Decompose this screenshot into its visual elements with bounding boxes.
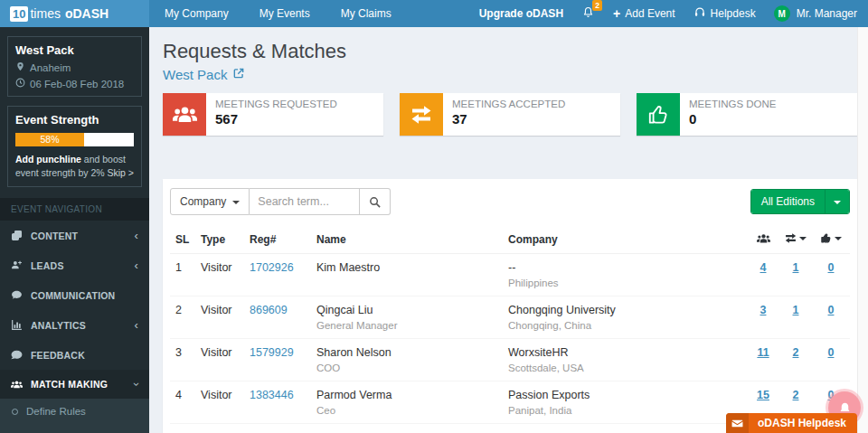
user-menu[interactable]: M Mr. Manager bbox=[774, 5, 857, 22]
accepted-count-link[interactable]: 2 bbox=[793, 346, 799, 359]
search-input[interactable] bbox=[250, 188, 360, 215]
filter-dropdown-button[interactable]: Company bbox=[170, 188, 250, 215]
cell-sl: 4 bbox=[170, 381, 195, 424]
cell-sl: 1 bbox=[170, 254, 195, 297]
sidebar-item-feedback[interactable]: FEEDBACK bbox=[0, 340, 149, 370]
caret-down-icon bbox=[799, 237, 807, 240]
page-title: Requests & Matches bbox=[163, 40, 857, 63]
skip-link[interactable]: Skip > bbox=[108, 166, 134, 180]
sidebar-item-match-making[interactable]: MATCH MAKING ‹ bbox=[0, 370, 149, 399]
upgrade-odash-link[interactable]: Upgrade oDASH bbox=[479, 7, 563, 20]
header-done-sort[interactable] bbox=[812, 226, 850, 254]
logo-times-text: times bbox=[30, 6, 60, 21]
done-count-link[interactable]: 0 bbox=[828, 304, 835, 316]
hint-bold: Add punchline bbox=[15, 154, 81, 165]
requested-count-link[interactable]: 11 bbox=[757, 346, 769, 359]
stat-cards: MEETINGS REQUESTED 567 MEETINGS ACCEPTED… bbox=[163, 93, 857, 136]
nav-my-claims[interactable]: My Claims bbox=[326, 0, 407, 27]
vertical-scrollbar[interactable] bbox=[857, 27, 868, 433]
company-name: WorxsiteHR bbox=[508, 346, 741, 359]
main-content: Requests & Matches West Pack MEETINGS RE… bbox=[149, 27, 857, 433]
cell-sl: 3 bbox=[170, 339, 195, 381]
requested-count-link[interactable]: 4 bbox=[760, 261, 767, 274]
attendee-title: Ceo bbox=[316, 405, 497, 416]
header-accepted-sort[interactable] bbox=[779, 226, 812, 254]
reg-link[interactable]: 1383446 bbox=[250, 389, 294, 401]
cell-sl: 2 bbox=[170, 297, 195, 339]
reg-link[interactable]: 869609 bbox=[250, 304, 288, 316]
table-header-row: SL Type Reg# Name Company bbox=[170, 226, 850, 254]
header-requested-sort[interactable] bbox=[747, 226, 779, 254]
cell-type: Visitor bbox=[195, 381, 244, 424]
user-name: Mr. Manager bbox=[797, 7, 857, 20]
sidebar-item-label: CONTENT bbox=[31, 231, 134, 241]
cell-type: Visitor bbox=[195, 297, 244, 339]
card-label: MEETINGS REQUESTED bbox=[215, 99, 337, 109]
cell-type: Visitor bbox=[195, 339, 244, 381]
sidebar-item-label: LEADS bbox=[31, 260, 134, 271]
filter-label: Company bbox=[180, 195, 226, 208]
submenu-requests-matches[interactable]: Requests & Matches bbox=[0, 424, 149, 433]
sidebar-item-communication[interactable]: COMMUNICATION bbox=[0, 280, 149, 310]
add-event-button[interactable]: + Add Event bbox=[613, 6, 675, 21]
sidebar-item-leads[interactable]: LEADS ‹ bbox=[0, 250, 149, 280]
company-location: Philippines bbox=[508, 278, 741, 288]
odash-helpdesk-button[interactable]: oDASH Helpdesk bbox=[726, 413, 857, 433]
all-editions-caret[interactable] bbox=[825, 190, 849, 213]
accepted-count-link[interactable]: 2 bbox=[793, 389, 799, 401]
plus-icon: + bbox=[613, 6, 620, 21]
done-count-link[interactable]: 0 bbox=[828, 261, 835, 274]
attendee-name: Parmod Verma bbox=[316, 389, 497, 401]
table-toolbar: Company All Editions bbox=[170, 188, 850, 215]
sidebar: West Pack Anaheim 06 Feb-08 Feb 2018 Eve… bbox=[0, 27, 149, 433]
event-dates: 06 Feb-08 Feb 2018 bbox=[30, 79, 124, 89]
thumbs-up-icon bbox=[637, 93, 680, 136]
sidebar-item-analytics[interactable]: ANALYTICS ‹ bbox=[0, 310, 149, 340]
card-value: 37 bbox=[452, 111, 565, 127]
reg-link[interactable]: 1702926 bbox=[250, 261, 294, 274]
done-count-link[interactable]: 0 bbox=[828, 346, 835, 359]
event-link[interactable]: West Pack bbox=[163, 67, 245, 82]
accepted-count-link[interactable]: 1 bbox=[793, 304, 799, 316]
nav-my-events[interactable]: My Events bbox=[244, 0, 326, 27]
strength-bar-fill: 58% bbox=[15, 133, 84, 146]
requested-count-link[interactable]: 3 bbox=[760, 304, 767, 316]
match-making-icon bbox=[11, 380, 23, 390]
search-button[interactable] bbox=[360, 188, 391, 215]
event-strength-title: Event Strength bbox=[15, 113, 134, 127]
event-link-label: West Pack bbox=[163, 67, 227, 82]
caret-down-icon bbox=[835, 237, 842, 240]
sidebar-item-label: ANALYTICS bbox=[31, 320, 134, 331]
attendee-name: Kim Maestro bbox=[316, 261, 497, 274]
navbar-right: Upgrade oDASH 2 + Add Event Help bbox=[461, 0, 868, 27]
nav-my-company[interactable]: My Company bbox=[149, 0, 244, 27]
notifications-button[interactable]: 2 bbox=[581, 5, 595, 23]
strength-progress-bar: 58% bbox=[15, 133, 134, 146]
map-marker-icon bbox=[15, 61, 25, 73]
header-sl: SL bbox=[170, 226, 195, 254]
users-icon bbox=[163, 93, 206, 136]
card-value: 567 bbox=[215, 111, 337, 127]
feedback-icon bbox=[11, 349, 23, 361]
submenu-define-rules[interactable]: Define Rules bbox=[0, 399, 149, 424]
accepted-count-link[interactable]: 1 bbox=[793, 261, 799, 274]
company-name: -- bbox=[508, 261, 741, 274]
header-type: Type bbox=[195, 226, 244, 254]
requested-count-link[interactable]: 15 bbox=[757, 389, 769, 401]
all-editions-button[interactable]: All Editions bbox=[750, 189, 850, 214]
add-event-label: Add Event bbox=[625, 7, 675, 20]
helpdesk-nav-button[interactable]: Helpdesk bbox=[693, 6, 756, 22]
attendee-name: Qingcai Liu bbox=[316, 304, 497, 316]
cell-sl: 5 bbox=[170, 424, 195, 433]
reg-link[interactable]: 1579929 bbox=[250, 346, 294, 359]
chevron-left-icon: ‹ bbox=[134, 321, 138, 330]
envelope-icon bbox=[726, 413, 749, 433]
navbar-menu: My Company My Events My Claims bbox=[149, 0, 407, 27]
caret-down-icon bbox=[834, 201, 841, 204]
card-meetings-accepted: MEETINGS ACCEPTED 37 bbox=[400, 93, 620, 136]
helpdesk-button-label: oDASH Helpdesk bbox=[749, 413, 857, 433]
app-logo[interactable]: 10 times oDASH bbox=[0, 0, 149, 27]
sidebar-item-content[interactable]: CONTENT ‹ bbox=[0, 221, 149, 250]
notification-badge: 2 bbox=[592, 0, 602, 11]
event-name: West Pack bbox=[15, 43, 134, 57]
